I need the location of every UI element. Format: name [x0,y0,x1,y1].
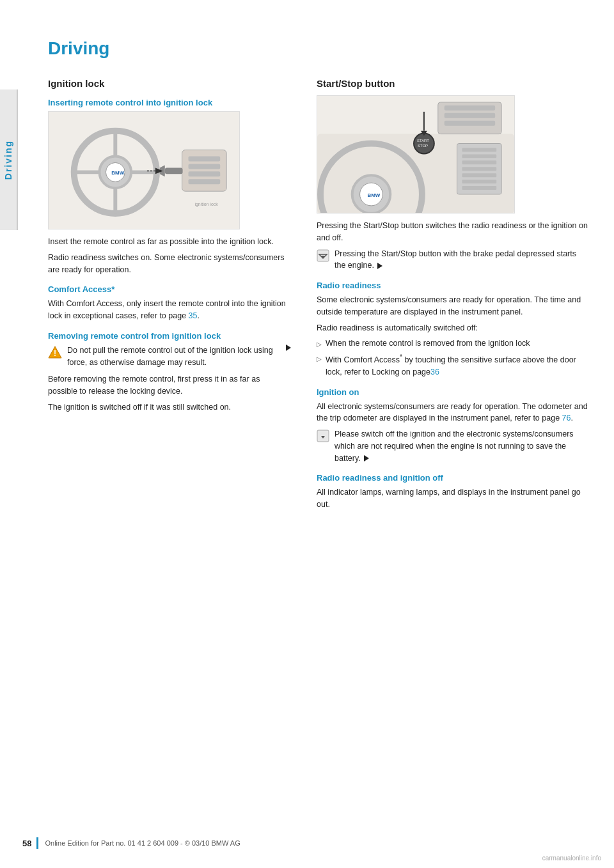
page-number: 58 [22,839,31,848]
insert-para1: Insert the remote control as far as poss… [48,236,291,248]
note-icon-1 [317,249,329,262]
svg-text:ignition lock: ignition lock [194,202,218,207]
ignition-image: BMW ignition lock [48,111,240,229]
warning-text: Do not pull the remote control out of th… [67,345,279,369]
sidebar-tab-label: Driving [3,140,13,180]
remove-para1: Before removing the remote control, firs… [48,373,291,398]
svg-rect-11 [189,164,221,169]
warning-box: ! Do not pull the remote control out of … [48,345,291,369]
sidebar-tab: Driving [0,89,18,230]
start-stop-heading: Start/Stop button [317,78,588,89]
watermark: carmanualonline.info [542,855,601,862]
bullet-arrow-2: ▷ [317,354,322,364]
svg-rect-43 [462,186,497,190]
radio-para1: Some electronic systems/consumers are re… [317,294,588,318]
radio-ignition-off-heading: Radio readiness and ignition off [317,473,588,483]
radio-readiness-heading: Radio readiness [317,281,588,290]
svg-text:BMW: BMW [367,192,380,198]
comfort-access-heading: Comfort Access* [48,284,291,294]
svg-rect-38 [462,154,497,158]
remove-subheading: Removing remote control from ignition lo… [48,331,291,341]
note-box-2: Please switch off the ignition and the e… [317,428,588,464]
note1-end-triangle [377,263,382,269]
svg-rect-10 [189,157,221,162]
note2-end-triangle [364,455,369,461]
left-column: Ignition lock Inserting remote control i… [48,78,291,515]
start-stop-intro: Pressing the Start/Stop button switches … [317,220,588,244]
warning-icon: ! [48,345,62,359]
footer-bar [36,837,38,849]
radio-bullet-list: ▷ When the remote control is removed fro… [317,337,588,378]
svg-rect-29 [445,113,495,118]
ignition-on-heading: Ignition on [317,387,588,397]
radio-para2: Radio readiness is automatically switche… [317,322,588,334]
svg-text:!: ! [54,349,56,358]
svg-rect-9 [182,150,227,192]
bullet-arrow-1: ▷ [317,339,322,349]
svg-rect-42 [462,180,497,183]
right-column: Start/Stop button BMW [317,78,588,515]
svg-rect-39 [462,160,497,164]
svg-text:STOP: STOP [418,144,428,148]
insert-subheading: Inserting remote control into ignition l… [48,98,291,107]
svg-rect-30 [445,121,495,126]
svg-rect-41 [462,173,497,177]
note-text-2: Please switch off the ignition and the e… [335,428,588,464]
footer: 58 Online Edition for Part no. 01 41 2 6… [22,837,614,849]
ignition-on-link[interactable]: 76 [562,414,571,422]
svg-rect-14 [165,167,183,174]
remove-para2: The ignition is switched off if it was s… [48,401,291,414]
insert-para2: Radio readiness switches on. Some electr… [48,252,291,276]
svg-text:START: START [417,139,429,143]
footer-text: Online Edition for Part no. 01 41 2 604 … [45,839,240,847]
note-text-1: Pressing the Start/Stop button with the … [335,248,588,272]
page-title: Driving [48,38,588,59]
svg-rect-37 [462,148,497,151]
bullet-item-1: ▷ When the remote control is removed fro… [317,337,588,350]
bullet2-link[interactable]: 36 [430,368,439,376]
comfort-access-link[interactable]: 35 [189,311,198,320]
radio-ignition-off-text: All indicator lamps, warning lamps, and … [317,486,588,511]
svg-rect-13 [189,179,221,184]
svg-text:BMW: BMW [111,170,124,176]
ignition-on-para: All electronic systems/consumers are rea… [317,401,588,425]
note-box-1: Pressing the Start/Stop button with the … [317,248,588,272]
bullet-item-2: ▷ With Comfort Access* by touching the s… [317,352,588,378]
note-icon-2 [317,430,329,442]
svg-rect-40 [462,167,497,171]
warning-end-triangle [286,345,291,351]
comfort-access-text: With Comfort Access, only insert the rem… [48,298,291,322]
start-stop-image: BMW START STOP [317,95,515,213]
svg-rect-28 [445,105,495,111]
svg-rect-12 [189,171,221,176]
ignition-lock-heading: Ignition lock [48,78,291,89]
